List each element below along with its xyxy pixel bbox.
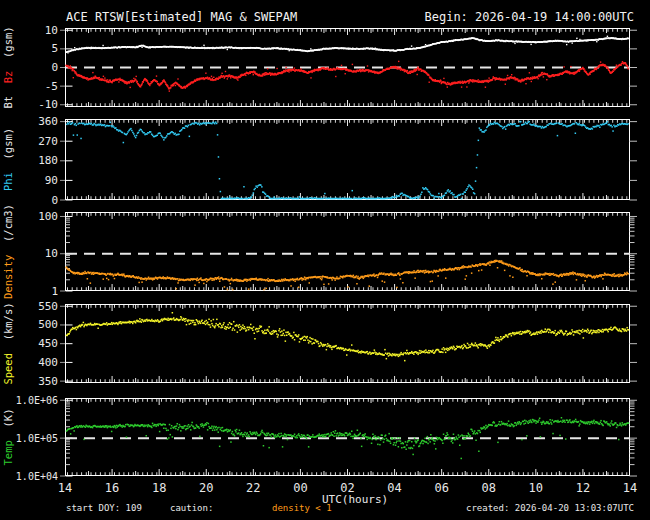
y-tick-label: 5 xyxy=(51,42,58,55)
y-tick-label: 1 xyxy=(51,285,58,298)
x-tick-label: 18 xyxy=(146,481,172,495)
x-tick-label: 08 xyxy=(476,481,502,495)
caution-value: density < 1 xyxy=(272,503,332,513)
x-tick-label: 22 xyxy=(240,481,266,495)
x-tick-label: 14 xyxy=(617,481,643,495)
bt-trace xyxy=(66,36,630,54)
speed-trace xyxy=(66,312,630,361)
y-tick-label: 0 xyxy=(51,61,58,74)
plot-frame xyxy=(66,399,630,476)
x-tick-label: 12 xyxy=(570,481,596,495)
y-tick-label: 550 xyxy=(38,300,58,313)
y-tick-label: 10 xyxy=(45,247,58,260)
y-tick-label: 100 xyxy=(38,210,58,223)
y-tick-label: -5 xyxy=(45,80,58,93)
footer-row: start DOY: 109 caution: density < 1 crea… xyxy=(0,503,650,515)
x-tick-label: 14 xyxy=(52,481,78,495)
panel-phi: 090180270360Phi (gsm) xyxy=(0,119,650,202)
x-tick-label: 20 xyxy=(193,481,219,495)
ace-rtsw-plot: ACE RTSW[Estimated] MAG & SWEPAM Begin: … xyxy=(0,0,650,520)
caution-label: caution: xyxy=(170,503,213,513)
y-axis-label-mag: Bt Bz (gsm) xyxy=(2,26,14,108)
y-tick-label: 180 xyxy=(38,154,58,167)
y-tick-label: 350 xyxy=(38,375,58,388)
panel-mag: -10-50510Bt Bz (gsm) xyxy=(0,28,650,109)
y-tick-label: 450 xyxy=(38,337,58,350)
y-tick-label: 90 xyxy=(45,174,58,187)
panel-speed: 350400450500550Speed (km/s) xyxy=(0,304,650,385)
phi-trace xyxy=(66,121,629,199)
y-tick-label: 270 xyxy=(38,135,58,148)
plot-title: ACE RTSW[Estimated] MAG & SWEPAM xyxy=(66,10,297,24)
y-axis-label-speed: Speed (km/s) xyxy=(2,302,14,384)
panel-temp: 1.0E+041.0E+051.0E+06Temp (K) xyxy=(0,398,650,478)
y-tick-label: -10 xyxy=(38,98,58,111)
x-tick-label: 00 xyxy=(287,481,313,495)
y-tick-label: 1.0E+04 xyxy=(16,471,58,482)
x-tick-label: 10 xyxy=(523,481,549,495)
bz-trace xyxy=(65,61,629,92)
x-tick-label: 06 xyxy=(429,481,455,495)
created-timestamp: created: 2026-04-20 13:03:07UTC xyxy=(466,503,634,513)
y-tick-label: 500 xyxy=(38,318,58,331)
begin-timestamp: Begin: 2026-04-19 14:00:00UTC xyxy=(424,10,634,24)
y-axis-label-phi: Phi (gsm) xyxy=(2,128,14,191)
panel-density: 110100Density (/cm3) xyxy=(0,212,650,293)
y-tick-label: 10 xyxy=(45,24,58,37)
start-doy-label: start DOY: 109 xyxy=(66,503,142,513)
x-tick-label: 16 xyxy=(99,481,125,495)
plot-frame xyxy=(66,305,630,383)
y-tick-label: 360 xyxy=(38,115,58,128)
y-tick-label: 400 xyxy=(38,356,58,369)
y-tick-label: 1.0E+06 xyxy=(16,395,58,406)
y-tick-label: 0 xyxy=(51,194,58,207)
y-axis-label-density: Density (/cm3) xyxy=(2,204,14,299)
y-axis-label-temp: Temp (K) xyxy=(2,409,14,466)
y-tick-label: 1.0E+05 xyxy=(16,433,58,444)
